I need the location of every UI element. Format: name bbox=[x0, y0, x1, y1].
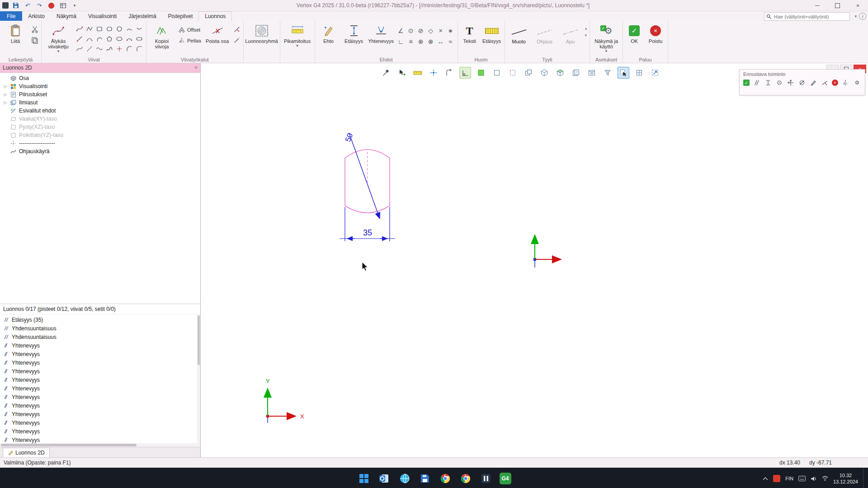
offset-button[interactable]: Offset bbox=[177, 25, 203, 35]
tray-chevron-icon[interactable] bbox=[763, 477, 768, 480]
predictive-mirror-icon[interactable] bbox=[841, 79, 849, 87]
predictive-move-icon[interactable] bbox=[787, 79, 795, 87]
tree-item-ohjauskayra[interactable]: Ohjauskäyrä bbox=[0, 147, 200, 155]
line-icon[interactable] bbox=[75, 34, 85, 44]
tree-item-piirustukset[interactable]: ▷ Piirustukset bbox=[0, 90, 200, 99]
arc-icon[interactable] bbox=[124, 24, 134, 34]
search-box[interactable] bbox=[764, 12, 850, 21]
predictive-parallel-icon[interactable] bbox=[753, 79, 761, 87]
sidebar-tab-luonnos2d[interactable]: Luonnos 2D bbox=[3, 448, 50, 457]
predictive-distance-icon[interactable] bbox=[764, 79, 772, 87]
tree-item-vaaka-xy[interactable]: Vaaka(XY)-taso bbox=[0, 115, 200, 123]
chrome-icon[interactable] bbox=[439, 472, 452, 485]
fix-constraint-icon[interactable]: ⊗ bbox=[426, 37, 436, 47]
predictive-settings-icon[interactable]: ⚙ bbox=[853, 79, 861, 87]
note-distance-button[interactable]: Etäisyys bbox=[481, 22, 503, 57]
pen-curve-icon[interactable] bbox=[85, 34, 94, 44]
intersect-constraint-icon[interactable]: × bbox=[436, 26, 446, 36]
filter-icon[interactable] bbox=[602, 67, 613, 79]
copy-lines-button[interactable]: Kopioi viivoja bbox=[148, 22, 175, 57]
chevron-down-icon[interactable]: ▾ bbox=[854, 14, 857, 19]
tab-visualisointi[interactable]: Visualisointi bbox=[82, 11, 123, 21]
save-icon[interactable] bbox=[11, 1, 20, 9]
record-icon[interactable] bbox=[47, 1, 56, 9]
exit-button[interactable]: × Poistu bbox=[645, 22, 666, 57]
polyline-icon[interactable] bbox=[85, 24, 94, 34]
snap-icon[interactable] bbox=[428, 67, 439, 79]
paste-button[interactable]: Liitä bbox=[2, 22, 29, 57]
drawing-canvas[interactable]: 35 50 Y X bbox=[201, 63, 868, 457]
angle-constraint-icon[interactable]: ∠ bbox=[396, 26, 406, 36]
fillet-icon[interactable] bbox=[134, 44, 144, 54]
tree-item-axis[interactable]: -------------------- bbox=[0, 139, 200, 147]
shape-style-button[interactable]: Muoto bbox=[507, 22, 531, 51]
tree-item-osa[interactable]: Osa bbox=[0, 74, 200, 82]
freehand-icon[interactable] bbox=[104, 44, 114, 54]
constraint-row[interactable]: Yhtenevyys bbox=[0, 418, 200, 427]
ellipse-icon[interactable] bbox=[114, 34, 124, 44]
close-button[interactable]: × bbox=[848, 0, 868, 11]
polygon-icon[interactable] bbox=[104, 34, 114, 44]
slot-icon[interactable] bbox=[134, 34, 144, 44]
browser-globe-icon[interactable] bbox=[398, 472, 411, 485]
diameter-constraint-icon[interactable]: ⊘ bbox=[416, 26, 426, 36]
spline-icon[interactable] bbox=[75, 44, 85, 54]
language-indicator[interactable]: FIN bbox=[785, 476, 793, 481]
tree-item-visualisointi[interactable]: ▷ Visualisointi bbox=[0, 82, 200, 90]
cut-icon[interactable] bbox=[30, 25, 39, 34]
constraint-row[interactable]: Yhtenevyys bbox=[0, 367, 200, 375]
predictive-enable-check-icon[interactable]: ✓ bbox=[743, 80, 750, 86]
constraint-row[interactable]: Yhtenevyys bbox=[0, 350, 200, 358]
tray-app-icon[interactable] bbox=[773, 475, 780, 482]
fill-mode-icon[interactable] bbox=[475, 67, 487, 79]
expander-icon[interactable]: ▷ bbox=[3, 84, 8, 89]
minimize-button[interactable] bbox=[807, 0, 827, 11]
ok-button[interactable]: ✓ OK bbox=[625, 22, 644, 57]
panel-icon[interactable] bbox=[586, 67, 598, 79]
dashed-line-icon[interactable] bbox=[85, 44, 94, 54]
show-desktop-button[interactable] bbox=[863, 468, 865, 488]
tab-luonnos[interactable]: Luonnos bbox=[198, 11, 232, 21]
undo-icon[interactable]: ↶ bbox=[23, 1, 32, 9]
predictive-draw-icon[interactable] bbox=[809, 79, 817, 87]
copy-icon[interactable] bbox=[30, 36, 39, 45]
view-and-use-button[interactable]: ✓⚙ Näkymä ja käyttö ▾ bbox=[592, 22, 621, 57]
clock[interactable]: 10.32 13.12.2024 bbox=[833, 472, 858, 485]
network-icon[interactable] bbox=[822, 476, 828, 481]
file-menu-button[interactable]: File bbox=[0, 11, 22, 21]
rectangle-icon[interactable] bbox=[94, 24, 104, 34]
tree-item-ilmiasut[interactable]: ▷ Ilmiasut bbox=[0, 99, 200, 107]
redo-icon[interactable]: ↷ bbox=[35, 1, 44, 9]
customize-qat-icon[interactable]: ▾ bbox=[70, 1, 79, 9]
constraint-row[interactable]: Yhtenevyys bbox=[0, 341, 200, 350]
expander-icon[interactable]: ▷ bbox=[3, 92, 8, 97]
double-view-icon[interactable] bbox=[523, 67, 534, 79]
spiral-icon[interactable] bbox=[94, 34, 104, 44]
aux-style-button[interactable]: Apu bbox=[558, 22, 583, 51]
horizontal-constraint-icon[interactable]: ↔ bbox=[436, 37, 446, 47]
constraint-row[interactable]: Yhtenevyys bbox=[0, 358, 200, 367]
chrome-profile-icon[interactable] bbox=[459, 472, 472, 485]
constraint-row[interactable]: Yhtenevyys bbox=[0, 436, 200, 443]
constraint-row[interactable]: Yhdensuuntaisuus bbox=[0, 333, 200, 341]
quick-dimension-button[interactable]: Pikamitoitus ▾ bbox=[282, 22, 313, 57]
concentric-constraint-icon[interactable]: ⊕ bbox=[416, 37, 426, 47]
constraint-row[interactable]: Yhdensuuntaisuus bbox=[0, 324, 200, 333]
tree-item-pysty-xz[interactable]: Pysty(XZ)-taso bbox=[0, 123, 200, 131]
hidden-view-icon[interactable] bbox=[507, 67, 519, 79]
perpendicular-constraint-icon[interactable]: ∟ bbox=[396, 37, 406, 47]
measure-icon[interactable] bbox=[412, 67, 424, 79]
tree-item-poikittais-yz[interactable]: Poikittais(YZ)-taso bbox=[0, 131, 200, 139]
tab-nakyma[interactable]: Näkymä bbox=[51, 11, 82, 21]
constraint-row[interactable]: Yhtenevyys bbox=[0, 393, 200, 401]
constraint-row[interactable]: Etäisyys (35) bbox=[0, 315, 200, 324]
symmetry-constraint-icon[interactable]: ◇ bbox=[426, 26, 436, 36]
constraint-scrollbar[interactable] bbox=[197, 314, 200, 443]
chamfer-icon[interactable] bbox=[124, 44, 134, 54]
curve-points-icon[interactable] bbox=[75, 24, 85, 34]
equal-constraint-icon[interactable]: ≈ bbox=[446, 37, 456, 47]
predictive-diameter-icon[interactable] bbox=[798, 79, 806, 87]
iso-view-icon[interactable] bbox=[538, 67, 550, 79]
pin-icon[interactable] bbox=[380, 67, 392, 79]
guide-style-button[interactable]: Ohjaus bbox=[533, 22, 557, 51]
